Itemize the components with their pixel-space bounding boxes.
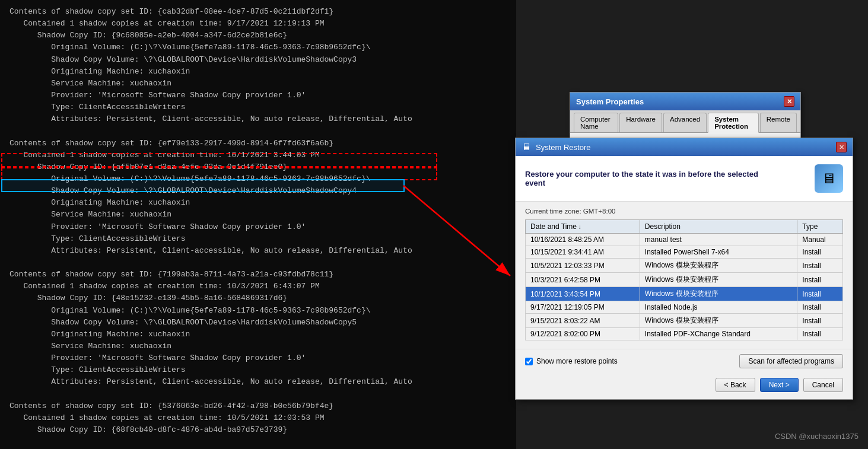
tab-system-protection[interactable]: System Protection: [708, 113, 759, 133]
col-description: Description: [640, 220, 797, 234]
restore-title: System Restore: [536, 143, 590, 152]
restore-body: Current time zone: GMT+8:00 Date and Tim…: [516, 202, 853, 346]
sys-props-tabs: Computer Name Hardware Advanced System P…: [570, 110, 800, 133]
row-type: Install: [797, 246, 843, 259]
row-type: Install: [797, 259, 843, 273]
show-more-row: Show more restore points: [525, 357, 618, 365]
restore-action-buttons: < Back Next > Cancel: [516, 373, 853, 399]
restore-titlebar: 🖥 System Restore ✕: [516, 138, 853, 156]
row-type: Manual: [797, 234, 843, 246]
table-row[interactable]: 10/3/2021 6:42:58 PM Windows 模块安装程序 Inst…: [526, 273, 843, 287]
show-more-checkbox[interactable]: [525, 358, 533, 365]
restore-points-table: Date and Time Description Type 10/16/202…: [525, 219, 843, 340]
show-more-label: Show more restore points: [536, 357, 618, 365]
row-description: Windows 模块安装程序: [640, 287, 797, 301]
row-type: Install: [797, 287, 843, 301]
tab-advanced[interactable]: Advanced: [663, 113, 707, 132]
restore-footer: Show more restore points Scan for affect…: [516, 349, 853, 373]
timezone-text: Current time zone: GMT+8:00: [525, 208, 843, 215]
cancel-button[interactable]: Cancel: [803, 378, 843, 392]
table-row[interactable]: 9/17/2021 12:19:05 PM Installed Node.js …: [526, 301, 843, 314]
row-description: Installed Node.js: [640, 301, 797, 314]
table-row[interactable]: 10/1/2021 3:43:54 PM Windows 模块安装程序 Inst…: [526, 287, 843, 301]
table-row[interactable]: 10/16/2021 8:48:25 AM manual test Manual: [526, 234, 843, 246]
row-description: Installed PowerShell 7-x64: [640, 246, 797, 259]
table-row[interactable]: 9/12/2021 8:02:00 PM Installed PDF-XChan…: [526, 328, 843, 340]
row-date: 9/12/2021 8:02:00 PM: [526, 328, 640, 340]
next-button[interactable]: Next >: [760, 378, 799, 392]
restore-close-button[interactable]: ✕: [836, 142, 847, 152]
row-description: Windows 模块安装程序: [640, 259, 797, 273]
row-description: Installed PDF-XChange Standard: [640, 328, 797, 340]
row-description: Windows 模块安装程序: [640, 314, 797, 328]
scan-affected-button[interactable]: Scan for affected programs: [739, 354, 843, 368]
row-description: manual test: [640, 234, 797, 246]
table-row[interactable]: 10/15/2021 9:34:41 AM Installed PowerShe…: [526, 246, 843, 259]
row-date: 10/3/2021 6:42:58 PM: [526, 273, 640, 287]
col-type: Type: [797, 220, 843, 234]
tab-hardware[interactable]: Hardware: [619, 113, 662, 132]
sys-props-title: System Properties: [576, 97, 644, 106]
back-button[interactable]: < Back: [716, 378, 755, 392]
tab-computer-name[interactable]: Computer Name: [574, 113, 618, 132]
tab-remote[interactable]: Remote: [760, 113, 797, 132]
row-date: 9/17/2021 12:19:05 PM: [526, 301, 640, 314]
row-type: Install: [797, 273, 843, 287]
system-restore-dialog: 🖥 System Restore ✕ Restore your computer…: [515, 138, 853, 400]
row-date: 10/16/2021 8:48:25 AM: [526, 234, 640, 246]
restore-icon: 🖥: [815, 164, 843, 193]
row-date: 10/1/2021 3:43:54 PM: [526, 287, 640, 301]
terminal-content: Contents of shadow copy set ID: {cab32db…: [9, 6, 507, 436]
row-date: 9/15/2021 8:03:22 AM: [526, 314, 640, 328]
terminal: Contents of shadow copy set ID: {cab32db…: [0, 0, 516, 449]
table-row[interactable]: 10/5/2021 12:03:33 PM Windows 模块安装程序 Ins…: [526, 259, 843, 273]
watermark-text: CSDN @xuchaoxin1375: [775, 432, 859, 441]
row-type: Install: [797, 301, 843, 314]
row-type: Install: [797, 328, 843, 340]
table-row[interactable]: 9/15/2021 8:03:22 AM Windows 模块安装程序 Inst…: [526, 314, 843, 328]
col-date-time[interactable]: Date and Time: [526, 220, 640, 234]
restore-header: Restore your computer to the state it wa…: [516, 156, 853, 202]
restore-header-text: Restore your computer to the state it wa…: [525, 170, 774, 187]
row-description: Windows 模块安装程序: [640, 273, 797, 287]
sys-props-close-button[interactable]: ✕: [784, 96, 794, 107]
row-date: 10/15/2021 9:34:41 AM: [526, 246, 640, 259]
watermark: CSDN @xuchaoxin1375: [775, 432, 859, 441]
row-type: Install: [797, 314, 843, 328]
row-date: 10/5/2021 12:03:33 PM: [526, 259, 640, 273]
sys-props-titlebar: System Properties ✕: [570, 93, 800, 110]
